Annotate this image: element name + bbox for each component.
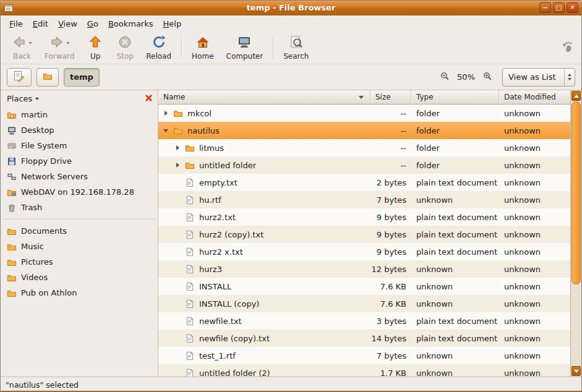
stop-button[interactable]: Stop <box>110 33 140 62</box>
forward-icon <box>49 35 64 51</box>
file-row[interactable]: mkcol--folderunknown <box>158 104 570 122</box>
file-row[interactable]: hu.rtf7 bytesunknownunknown <box>158 191 570 208</box>
view-mode-dropdown[interactable]: View as List <box>502 68 575 87</box>
column-header-name[interactable]: Name <box>158 90 370 104</box>
sidebar-item-floppy-drive[interactable]: Floppy Drive <box>1 153 158 169</box>
sidebar-close-button[interactable] <box>143 94 153 104</box>
reload-button[interactable]: Reload <box>140 33 178 62</box>
file-row[interactable]: INSTALL (copy)7.6 KBunknownunknown <box>158 295 570 312</box>
date-modified-cell: unknown <box>499 122 570 139</box>
chevron-down-icon <box>35 98 39 100</box>
file-row[interactable]: hurz312 bytesunknownunknown <box>158 260 570 278</box>
menu-item-bookmarks[interactable]: Bookmarks <box>103 17 158 31</box>
tool-label: Search <box>283 52 309 61</box>
date-modified-cell: unknown <box>499 312 570 330</box>
close-button[interactable] <box>567 2 578 13</box>
file-name: hurz2.txt <box>199 213 236 222</box>
file-row[interactable]: newfile (copy).txt14 bytesplain text doc… <box>158 330 570 347</box>
file-row[interactable]: nautilus--folderunknown <box>158 122 570 139</box>
folder-icon <box>7 288 17 298</box>
date-modified-cell: unknown <box>499 330 570 347</box>
path-root-button[interactable] <box>36 68 59 87</box>
location-bar: temp 50% View as List <box>1 64 581 90</box>
file-row[interactable]: test_1.rtf7 bytesunknownunknown <box>158 347 570 364</box>
column-header-type[interactable]: Type <box>411 90 499 104</box>
size-cell: 7 bytes <box>370 191 411 208</box>
sidebar-item-network-servers[interactable]: Network Servers <box>1 169 158 184</box>
sidebar-item-pub-on-athlon[interactable]: Pub on Athlon <box>1 285 158 300</box>
type-cell: folder <box>411 156 499 174</box>
scrollbar-thumb[interactable] <box>571 101 581 284</box>
menu-item-file[interactable]: File <box>4 17 28 31</box>
expander-icon[interactable] <box>173 162 182 168</box>
sidebar-item-videos[interactable]: Videos <box>1 270 158 285</box>
dropdown-caret-icon[interactable] <box>66 42 70 45</box>
expander-icon[interactable] <box>161 127 170 134</box>
titlebar[interactable]: temp - File Browser <box>1 1 581 15</box>
file-row[interactable]: hurz2 x.txt9 bytesplain text documentunk… <box>158 243 570 260</box>
file-row[interactable]: untitled folder (2)1.7 KBunknownunknown <box>158 364 570 377</box>
expander-icon[interactable] <box>161 110 170 116</box>
file-row[interactable]: untitled folder--folderunknown <box>158 156 570 174</box>
file-name: nautilus <box>187 126 220 135</box>
menu-item-view[interactable]: View <box>53 17 82 31</box>
edit-location-button[interactable] <box>7 68 32 87</box>
file-name: test_1.rtf <box>199 351 236 360</box>
back-button[interactable]: Back <box>6 33 38 62</box>
sidebar-mode-dropdown[interactable]: Places <box>7 94 39 103</box>
column-header-size[interactable]: Size <box>370 90 411 104</box>
sidebar-item-music[interactable]: Music <box>1 239 158 254</box>
sidebar-item-file-system[interactable]: File System <box>1 138 158 153</box>
name-cell: nautilus <box>158 122 370 139</box>
scroll-down-button[interactable] <box>571 366 581 376</box>
file-row[interactable]: empty.txt2 bytesplain text documentunkno… <box>158 174 570 191</box>
forward-button[interactable]: Forward <box>38 33 80 62</box>
column-header-date-modified[interactable]: Date Modified <box>499 90 570 104</box>
file-row[interactable]: litmus--folderunknown <box>158 139 570 156</box>
window-menu-icon[interactable] <box>4 3 14 13</box>
type-cell: folder <box>411 104 499 122</box>
search-button[interactable]: Search <box>277 33 315 62</box>
menu-item-go[interactable]: Go <box>82 17 103 31</box>
file-name: mkcol <box>187 109 212 118</box>
gnome-foot-icon <box>560 40 574 56</box>
up-button[interactable]: Up <box>80 33 110 62</box>
file-row[interactable]: INSTALL7.6 KBunknownunknown <box>158 278 570 295</box>
back-icon <box>12 35 27 51</box>
computer-button[interactable]: Computer <box>220 33 270 62</box>
sidebar-item-trash[interactable]: Trash <box>1 200 158 215</box>
text-file-icon <box>185 369 196 377</box>
menu-item-help[interactable]: Help <box>158 17 187 31</box>
sidebar-item-pictures[interactable]: Pictures <box>1 254 158 270</box>
file-row[interactable]: hurz2.txt9 bytesplain text documentunkno… <box>158 208 570 226</box>
sidebar-item-webdav-on-192-168-178-28[interactable]: WebDAV on 192.168.178.28 <box>1 184 158 200</box>
sidebar-item-documents[interactable]: Documents <box>1 223 158 239</box>
file-name: untitled folder <box>199 161 256 170</box>
zoom-out-button[interactable] <box>438 70 451 85</box>
maximize-button[interactable] <box>553 2 565 13</box>
scroll-up-button[interactable] <box>571 91 581 101</box>
desktop-icon <box>7 126 17 135</box>
file-row[interactable]: hurz2 (copy).txt9 bytesplain text docume… <box>158 226 570 243</box>
home-button[interactable]: Home <box>186 33 220 62</box>
dropdown-caret-icon[interactable] <box>28 42 32 45</box>
path-current-button[interactable]: temp <box>64 68 100 87</box>
expander-icon[interactable] <box>173 145 182 151</box>
menu-item-edit[interactable]: Edit <box>28 17 53 31</box>
file-row[interactable]: newfile.txt3 bytesplain text documentunk… <box>158 312 570 330</box>
size-cell: -- <box>370 122 411 139</box>
minimize-button[interactable] <box>539 2 551 13</box>
sidebar-item-desktop[interactable]: Desktop <box>1 122 158 138</box>
size-cell: -- <box>370 104 411 122</box>
date-modified-cell: unknown <box>499 208 570 226</box>
sidebar-item-label: Documents <box>21 226 67 236</box>
name-cell: hurz2 (copy).txt <box>158 226 370 243</box>
sidebar-item-label: WebDAV on 192.168.178.28 <box>21 187 134 197</box>
tool-icon-row <box>237 35 252 51</box>
zoom-in-button[interactable] <box>481 70 494 85</box>
vertical-scrollbar[interactable] <box>570 90 581 377</box>
tool-label: Reload <box>146 52 171 61</box>
list-header: NameSizeTypeDate Modified <box>158 90 570 104</box>
zoom-level: 50% <box>457 72 475 82</box>
sidebar-item-martin[interactable]: martin <box>1 107 158 122</box>
